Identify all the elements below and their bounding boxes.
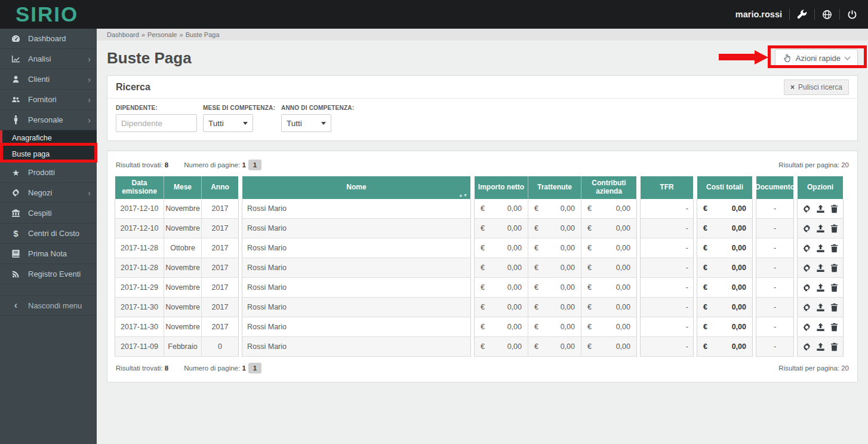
row-delete-button[interactable] xyxy=(830,244,839,253)
breadcrumb-buste-paga[interactable]: Buste Paga xyxy=(186,31,220,38)
cell-mese: Novembre xyxy=(164,199,202,218)
row-delete-button[interactable] xyxy=(830,204,839,213)
row-settings-button[interactable] xyxy=(802,224,811,233)
cell-nome: Rossi Mario xyxy=(242,258,470,277)
table-row: €0,00€0,00€0,00 xyxy=(475,258,636,278)
row-upload-button[interactable] xyxy=(816,323,825,332)
chevron-right-icon: › xyxy=(88,115,91,124)
row-settings-button[interactable] xyxy=(802,244,811,253)
sidebar-item-negozi[interactable]: Negozi › xyxy=(0,183,97,203)
row-settings-button[interactable] xyxy=(802,323,811,332)
cell-anno: 2017 xyxy=(202,278,238,297)
sidebar-item-prodotti[interactable]: ★ Prodotti xyxy=(0,163,97,183)
row-delete-button[interactable] xyxy=(830,342,839,351)
column-header-nome[interactable]: Nome▲▼ xyxy=(242,176,470,199)
sidebar-item-registro-eventi[interactable]: Registro Eventi xyxy=(0,264,97,284)
row-delete-button[interactable] xyxy=(830,264,839,272)
breadcrumb: Dashboard » Personale » Buste Paga xyxy=(97,29,868,41)
sidebar-item-dashboard[interactable]: Dashboard xyxy=(0,29,97,49)
table-row: €0,00 xyxy=(697,337,752,357)
row-upload-button[interactable] xyxy=(816,264,825,272)
row-upload-button[interactable] xyxy=(816,244,825,253)
sidebar-item-personale[interactable]: Personale › xyxy=(0,110,97,130)
row-upload-button[interactable] xyxy=(816,224,825,233)
cell-opzioni xyxy=(798,278,843,297)
table-row xyxy=(798,199,843,219)
power-icon[interactable] xyxy=(847,10,857,20)
cell-trattenute: €0,00 xyxy=(528,278,581,297)
table-row: Rossi Mario xyxy=(242,219,470,238)
row-delete-button[interactable] xyxy=(830,224,839,233)
row-settings-button[interactable] xyxy=(802,303,811,312)
sidebar-item-cespiti[interactable]: Cespiti xyxy=(0,203,97,223)
cell-tfr: - xyxy=(641,278,693,297)
results-pages-label: Numero di pagine: xyxy=(184,161,240,169)
quick-actions-button[interactable]: Azioni rapide xyxy=(775,49,858,68)
anno-select[interactable]: Tutti xyxy=(281,114,331,132)
row-upload-button[interactable] xyxy=(816,303,825,312)
page-1-button[interactable]: 1 xyxy=(248,160,261,170)
sidebar-item-clienti[interactable]: Clienti › xyxy=(0,69,97,90)
row-settings-button[interactable] xyxy=(802,342,811,351)
table-row: - xyxy=(641,298,693,317)
page-1-button[interactable]: 1 xyxy=(248,363,261,373)
currency-symbol: € xyxy=(703,204,707,213)
currency-symbol: € xyxy=(481,303,485,311)
row-delete-button[interactable] xyxy=(830,323,839,332)
cell-nome: Rossi Mario xyxy=(242,219,470,238)
globe-icon[interactable] xyxy=(822,10,832,20)
sidebar-item-buste-paga[interactable]: Buste paga xyxy=(0,146,97,163)
hide-menu-button[interactable]: ‹ Nascondi menu xyxy=(0,295,97,316)
cell-documento: - xyxy=(756,258,793,277)
upload-icon xyxy=(816,342,825,351)
cell-nome: Rossi Mario xyxy=(242,278,470,297)
breadcrumb-personale[interactable]: Personale xyxy=(147,31,177,38)
cell-data_emissione: 2017-11-28 xyxy=(115,238,164,258)
row-upload-button[interactable] xyxy=(816,204,825,213)
cell-importo_netto: €0,00 xyxy=(475,337,528,356)
sort-arrows-icon[interactable]: ▲▼ xyxy=(458,193,468,198)
currency-symbol: € xyxy=(481,264,485,272)
divider xyxy=(839,9,840,20)
cell-data_emissione: 2017-12-10 xyxy=(115,199,164,218)
cell-data_emissione: 2017-11-30 xyxy=(115,298,164,317)
cell-trattenute: €0,00 xyxy=(528,337,581,356)
mese-select[interactable]: Tutti xyxy=(203,114,253,132)
row-upload-button[interactable] xyxy=(816,283,825,292)
row-delete-button[interactable] xyxy=(830,283,839,292)
row-settings-button[interactable] xyxy=(802,264,811,272)
cell-costi_totali: €0,00 xyxy=(697,298,752,317)
cell-trattenute: €0,00 xyxy=(528,317,581,336)
currency-symbol: € xyxy=(481,283,485,292)
currency-symbol: € xyxy=(703,323,707,331)
cell-nome: Rossi Mario xyxy=(242,337,470,356)
cell-nome: Rossi Mario xyxy=(242,199,470,218)
dipendente-label: DIPENDENTE: xyxy=(116,105,197,111)
x-icon: × xyxy=(790,83,795,91)
sidebar-item-analisi[interactable]: Analisi › xyxy=(0,49,97,69)
per-page-value: 20 xyxy=(841,365,849,372)
cell-tfr: - xyxy=(641,199,693,218)
book-icon xyxy=(10,249,21,258)
currency-symbol: € xyxy=(587,204,592,213)
row-settings-button[interactable] xyxy=(802,204,811,213)
sidebar-item-centri-di-costo[interactable]: $ Centri di Costo xyxy=(0,223,97,244)
cell-documento: - xyxy=(756,298,793,317)
breadcrumb-dashboard[interactable]: Dashboard xyxy=(107,31,139,38)
sidebar-item-anagrafiche[interactable]: Anagrafiche xyxy=(0,130,97,146)
results-pages-value: 1 xyxy=(242,161,245,169)
table-row: €0,00€0,00€0,00 xyxy=(475,337,636,357)
field-mese: MESE DI COMPETENZA: Tutti xyxy=(203,105,275,132)
sirio-logo: SIRIO xyxy=(0,1,78,27)
chevron-right-icon: › xyxy=(88,75,91,84)
currency-symbol: € xyxy=(587,283,592,292)
dipendente-input[interactable] xyxy=(116,114,197,132)
clear-search-button[interactable]: × Pulisci ricerca xyxy=(784,79,849,95)
row-delete-button[interactable] xyxy=(830,303,839,312)
sidebar-item-prima-nota[interactable]: Prima Nota xyxy=(0,244,97,264)
row-settings-button[interactable] xyxy=(802,283,811,292)
sidebar-item-fornitori[interactable]: Fornitori › xyxy=(0,90,97,110)
currency-symbol: € xyxy=(534,204,538,213)
row-upload-button[interactable] xyxy=(816,342,825,351)
wrench-icon[interactable] xyxy=(797,10,807,20)
